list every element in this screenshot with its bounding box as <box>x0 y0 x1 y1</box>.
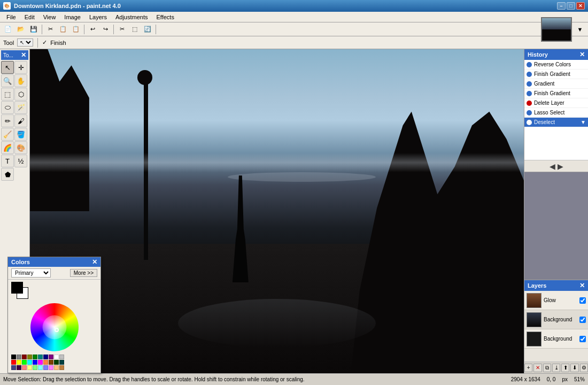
tool-move-selection[interactable]: ✛ <box>14 61 27 74</box>
redo-button[interactable]: ▶ <box>558 162 563 171</box>
layer-item[interactable]: Glow <box>524 291 588 310</box>
tool-recolor[interactable]: 🎨 <box>14 141 27 154</box>
tool-selection-lasso[interactable]: ⬡ <box>14 88 27 101</box>
thumbnail-menu[interactable]: ▼ <box>574 24 586 35</box>
foreground-color-swatch[interactable] <box>11 282 23 294</box>
tool-text-v2[interactable]: ½ <box>14 155 27 167</box>
layer-move-up[interactable]: ⬆ <box>561 364 569 372</box>
tool-move[interactable]: ↖ <box>1 61 14 74</box>
palette-swatch[interactable] <box>11 360 16 365</box>
palette-swatch[interactable] <box>54 355 59 359</box>
palette-swatch[interactable] <box>22 360 27 365</box>
layer-delete[interactable]: ✕ <box>533 364 541 372</box>
palette-swatch[interactable] <box>22 355 27 359</box>
history-item-active[interactable]: Deselect ▼ <box>524 118 588 127</box>
tool-brush[interactable]: 🖌 <box>14 114 27 127</box>
menu-image[interactable]: Image <box>60 13 85 21</box>
menu-file[interactable]: File <box>2 13 20 21</box>
color-wheel[interactable] <box>30 303 79 351</box>
document-thumbnail[interactable] <box>541 17 572 42</box>
palette-swatch[interactable] <box>27 355 32 359</box>
toolbar-new[interactable]: 📄 <box>2 24 14 35</box>
palette-swatch[interactable] <box>54 365 59 370</box>
layer-duplicate[interactable]: ⧉ <box>543 364 551 372</box>
minimize-button[interactable]: – <box>557 2 566 10</box>
palette-swatch[interactable] <box>49 360 53 365</box>
palette-swatch[interactable] <box>59 360 64 365</box>
history-item[interactable]: Lasso Select <box>524 108 588 118</box>
history-item[interactable]: Finish Gradient <box>524 70 588 79</box>
menu-layers[interactable]: Layers <box>85 13 111 21</box>
tool-gradient[interactable]: 🌈 <box>1 141 14 154</box>
colors-close[interactable]: ✕ <box>92 258 97 266</box>
palette-swatch[interactable] <box>49 355 53 359</box>
palette-swatch[interactable] <box>33 355 37 359</box>
tool-zoom[interactable]: 🔍 <box>1 74 14 87</box>
palette-swatch[interactable] <box>17 365 21 370</box>
toolbar-undo[interactable]: ↩ <box>87 24 98 35</box>
palette-swatch[interactable] <box>54 360 59 365</box>
palette-swatch[interactable] <box>38 365 43 370</box>
layer-merge[interactable]: ⤓ <box>552 364 560 372</box>
undo-button[interactable]: ◀ <box>550 162 555 171</box>
maximize-button[interactable]: □ <box>567 2 575 10</box>
toolbar-cut[interactable]: ✂ <box>44 24 56 35</box>
layer-add[interactable]: + <box>524 364 532 372</box>
toolbar-open[interactable]: 📂 <box>15 24 27 35</box>
palette-swatch[interactable] <box>38 355 43 359</box>
layer-visibility[interactable] <box>579 297 586 304</box>
palette-swatch[interactable] <box>22 365 27 370</box>
toolbar-rotate[interactable]: 🔄 <box>142 24 153 35</box>
toolbar-redo[interactable]: ↪ <box>99 24 111 35</box>
toolbar-crop[interactable]: ✂ <box>116 24 128 35</box>
palette-swatch[interactable] <box>43 365 48 370</box>
canvas-area[interactable] <box>30 49 524 373</box>
palette-swatch[interactable] <box>11 355 16 359</box>
palette-swatch[interactable] <box>49 365 53 370</box>
tool-text[interactable]: T <box>1 155 14 167</box>
palette-swatch[interactable] <box>27 365 32 370</box>
tools-close[interactable]: ✕ <box>21 51 26 59</box>
palette-swatch[interactable] <box>59 355 64 359</box>
layer-move-down[interactable]: ⬇ <box>570 364 578 372</box>
palette-swatch[interactable] <box>38 360 43 365</box>
history-list[interactable]: Reverse Colors Finish Gradient Gradient … <box>524 60 588 160</box>
layer-visibility[interactable] <box>579 317 586 323</box>
palette-swatch[interactable] <box>43 355 48 359</box>
history-item[interactable]: Reverse Colors <box>524 60 588 70</box>
color-wheel-area[interactable] <box>8 301 100 353</box>
tool-eraser[interactable]: 🧹 <box>1 128 14 141</box>
tool-pencil[interactable]: ✏ <box>1 114 14 127</box>
layer-properties[interactable]: ⚙ <box>580 364 588 372</box>
history-item[interactable]: Delete Layer <box>524 98 588 108</box>
layers-list[interactable]: Glow Background Background <box>524 291 588 361</box>
palette-swatch[interactable] <box>17 360 21 365</box>
tool-magic-wand[interactable]: 🪄 <box>14 101 27 114</box>
history-item[interactable]: Gradient <box>524 79 588 89</box>
toolbar-save[interactable]: 💾 <box>28 24 40 35</box>
tool-ellipse[interactable]: ⬭ <box>1 101 14 114</box>
tool-fill[interactable]: 🪣 <box>14 128 27 141</box>
tool-shapes[interactable]: ⬟ <box>1 168 14 181</box>
history-close[interactable]: ✕ <box>579 51 585 58</box>
palette-swatch[interactable] <box>33 360 37 365</box>
toolbar-copy[interactable]: 📋 <box>57 24 69 35</box>
tool-pan[interactable]: ✋ <box>14 74 27 87</box>
history-item[interactable]: Finish Gradient <box>524 89 588 98</box>
layer-item[interactable]: Background <box>524 310 588 329</box>
palette-swatch[interactable] <box>11 365 16 370</box>
palette-swatch[interactable] <box>59 365 64 370</box>
close-button[interactable]: ✕ <box>576 2 585 10</box>
menu-effects[interactable]: Effects <box>152 13 179 21</box>
toolbar-paste[interactable]: 📋 <box>70 24 82 35</box>
toolbar-resize[interactable]: ⬚ <box>129 24 141 35</box>
palette-swatch[interactable] <box>43 360 48 365</box>
menu-edit[interactable]: Edit <box>20 13 39 21</box>
layers-close[interactable]: ✕ <box>579 282 585 289</box>
more-button[interactable]: More >> <box>70 269 97 277</box>
layer-item[interactable]: Background <box>524 329 588 349</box>
color-mode-select[interactable]: Primary Secondary <box>11 268 51 278</box>
tool-dropdown[interactable]: ↖ <box>17 38 33 47</box>
menu-view[interactable]: View <box>39 13 60 21</box>
finish-label[interactable]: Finish <box>50 40 66 46</box>
